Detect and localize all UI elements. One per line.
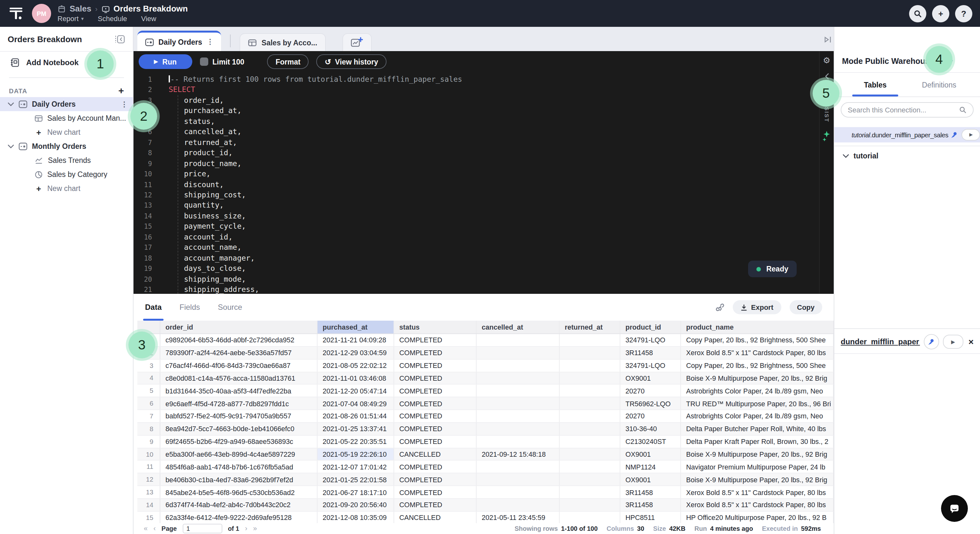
cell-purchased_at[interactable]: 2021-01-25 13:37:41 <box>318 423 394 435</box>
table-row[interactable]: 10e5ba300f-ae66-43eb-899d-4c4ae589722920… <box>137 448 834 461</box>
cell-purchased_at[interactable]: 2021-06-27 18:17:10 <box>318 486 394 498</box>
format-button[interactable]: Format <box>267 54 309 69</box>
cell-status[interactable]: COMPLETED <box>394 385 477 397</box>
sidebar-item-sales-by-account-man-[interactable]: Sales by Account Man... <box>0 111 133 125</box>
cell-order_id[interactable]: b1d31644-35c0-40aa-a5f3-44f7edfe22ba <box>160 385 318 397</box>
cell-product_id[interactable]: 20270 <box>620 410 681 422</box>
cell-product_id[interactable]: 3R11458 <box>620 499 681 511</box>
cell-status[interactable]: COMPLETED <box>394 474 477 486</box>
menu-view[interactable]: View <box>141 15 156 23</box>
cell-status[interactable]: COMPLETED <box>394 347 477 359</box>
cell-status[interactable]: COMPLETED <box>394 499 477 511</box>
cell-cancelled_at[interactable] <box>477 435 560 448</box>
page-input[interactable] <box>182 523 222 533</box>
cell-product_id[interactable]: 20270 <box>620 385 681 397</box>
cell-returned_at[interactable] <box>560 512 620 523</box>
menu-report[interactable]: Report▾ <box>57 15 84 23</box>
copy-button[interactable]: Copy <box>789 300 822 314</box>
prev-page-button[interactable]: ‹ <box>153 524 156 532</box>
sidebar-item-sales-trends[interactable]: Sales Trends <box>0 153 133 167</box>
tab-sales-by-account[interactable]: Sales by Acco... <box>240 33 326 51</box>
cell-returned_at[interactable] <box>560 385 620 397</box>
preview-table-button[interactable]: ▶ <box>962 129 980 140</box>
preview-table-button[interactable]: ▶ <box>943 335 963 349</box>
collapse-sidebar-button[interactable] <box>115 34 125 44</box>
run-button[interactable]: ▶ Run <box>138 54 192 69</box>
cell-status[interactable]: COMPLETED <box>394 410 477 422</box>
column-header-cancelled_at[interactable]: cancelled_at <box>477 321 560 334</box>
table-row[interactable]: 2789390f7-a2f4-4264-aebe-5e336a57fd57202… <box>137 347 834 360</box>
table-row[interactable]: 6e9c6aeff-4f5d-4728-a877-7db8297fdd1c202… <box>137 397 834 410</box>
cell-product_id[interactable]: OX9001 <box>620 474 681 486</box>
cell-returned_at[interactable] <box>560 372 620 384</box>
chat-launcher-button[interactable] <box>941 495 968 522</box>
cell-cancelled_at[interactable] <box>477 410 560 422</box>
table-row[interactable]: 12be406b30-c1ba-4ed7-83a6-2962b9f7ef2d20… <box>137 474 834 486</box>
gear-icon[interactable]: ⚙ <box>823 56 830 65</box>
connection-search-input[interactable]: Search this Connection... <box>841 102 974 118</box>
cell-product_id[interactable]: 3R11458 <box>620 347 681 359</box>
cell-cancelled_at[interactable] <box>477 385 560 397</box>
results-table[interactable]: order_idpurchased_atstatuscancelled_atre… <box>134 321 834 523</box>
tab-definitions[interactable]: Definitions <box>907 73 971 97</box>
cell-product_id[interactable]: TR56962-LQO <box>620 397 681 410</box>
chevron-down-icon[interactable] <box>8 144 14 148</box>
cell-product_name[interactable]: Boise X-9 Multipurpose Paper, 20 lbs., 9… <box>681 448 834 460</box>
cell-cancelled_at[interactable] <box>477 499 560 511</box>
cell-product_name[interactable]: Astrobrights Color Paper, 24 lb./89 gsm,… <box>681 410 834 422</box>
cell-product_id[interactable]: 324791-LQO <box>620 334 681 346</box>
cell-returned_at[interactable] <box>560 435 620 448</box>
cell-returned_at[interactable] <box>560 334 620 346</box>
mode-logo-icon[interactable] <box>8 5 24 22</box>
cell-cancelled_at[interactable] <box>477 359 560 372</box>
cell-returned_at[interactable] <box>560 499 620 511</box>
cell-order_id[interactable]: 845abe24-b5e5-46f8-96d5-c530cb536ad2 <box>160 486 318 498</box>
cell-purchased_at[interactable]: 2021-12-20 05:47:14 <box>318 385 394 397</box>
close-icon[interactable]: × <box>969 337 974 347</box>
cell-order_id[interactable]: 69f24655-b2b6-4f29-a949-68aee536893c <box>160 435 318 448</box>
export-button[interactable]: Export <box>732 300 781 314</box>
schema-group[interactable]: tutorial <box>834 149 980 162</box>
tab-tables[interactable]: Tables <box>843 73 907 97</box>
cell-returned_at[interactable] <box>560 423 620 435</box>
table-row[interactable]: 13845abe24-b5e5-46f8-96d5-c530cb536ad220… <box>137 486 834 499</box>
cell-order_id[interactable]: babfd527-f5e2-40f5-9c91-794705a9b557 <box>160 410 318 422</box>
cell-order_id[interactable]: c8e0d081-c14a-4576-acca-11580ad13761 <box>160 372 318 384</box>
detail-table-link[interactable]: dunder_mifflin_paper_s... <box>841 337 920 346</box>
help-button[interactable]: ? <box>955 5 972 22</box>
limit-toggle[interactable]: Limit 100 <box>200 57 244 66</box>
cell-status[interactable]: COMPLETED <box>394 372 477 384</box>
table-row[interactable]: 1c9892064-6b53-46dd-a0bf-2c7296cda952202… <box>137 334 834 347</box>
link-icon[interactable] <box>715 303 724 312</box>
cell-purchased_at[interactable]: 2021-12-07 17:01:42 <box>318 461 394 473</box>
last-page-button[interactable]: » <box>253 524 257 532</box>
cell-order_id[interactable]: c9892064-6b53-46dd-a0bf-2c7296cda952 <box>160 334 318 346</box>
cell-product_name[interactable]: Boise X-9 Multipurpose Paper, 20 lbs., 9… <box>681 372 834 384</box>
cell-purchased_at[interactable]: 2021-09-20 20:56:40 <box>318 499 394 511</box>
cell-product_id[interactable]: 324791-LQO <box>620 359 681 372</box>
cell-purchased_at[interactable]: 2021-08-05 22:02:12 <box>318 359 394 372</box>
table-row[interactable]: 114854f6a8-aab1-4748-b7b6-1c676fb5a5ad20… <box>137 461 834 474</box>
cell-product_name[interactable]: Xerox Bold 8.5" x 11" Cardstock Paper, 8… <box>681 499 834 511</box>
cell-product_id[interactable]: NMP1124 <box>620 461 681 473</box>
cell-order_id[interactable]: 6d374f74-f4ab-4ef2-ab4c-7d0b443c20c2 <box>160 499 318 511</box>
sidebar-item-new-chart[interactable]: +New chart <box>0 125 133 139</box>
collapse-panel-icon[interactable] <box>824 73 830 80</box>
cell-product_name[interactable]: Astrobrights Color Paper, 24 lb./89 gsm,… <box>681 385 834 397</box>
view-history-button[interactable]: ↺ View history <box>317 54 387 69</box>
cell-order_id[interactable]: 62a33f4e-6412-4fe9-9222-2d69afe95128 <box>160 512 318 523</box>
cell-cancelled_at[interactable] <box>477 397 560 410</box>
cell-product_name[interactable]: Xerox Bold 8.5" x 11" Cardstock Paper, 8… <box>681 347 834 359</box>
table-row[interactable]: 146d374f74-f4ab-4ef2-ab4c-7d0b443c20c220… <box>137 499 834 512</box>
panel-toggle-icon[interactable] <box>824 35 832 44</box>
sidebar-item-new-chart[interactable]: +New chart <box>0 181 133 195</box>
pin-button[interactable] <box>924 334 939 350</box>
cell-purchased_at[interactable]: 2021-12-08 10:35:09 <box>318 512 394 523</box>
cell-product_id[interactable]: OX9001 <box>620 372 681 384</box>
first-page-button[interactable]: « <box>144 524 148 532</box>
cell-status[interactable]: COMPLETED <box>394 359 477 372</box>
cell-product_name[interactable]: Delta Paper Kraft Paper Roll, Brown, 30 … <box>681 435 834 448</box>
cell-purchased_at[interactable]: 2021-07-04 08:49:29 <box>318 397 394 410</box>
table-row[interactable]: 1562a33f4e-6412-4fe9-9222-2d69afe9512820… <box>137 512 834 523</box>
cell-product_name[interactable]: Boise X-9 Multipurpose Paper, 20 lbs., 9… <box>681 474 834 486</box>
